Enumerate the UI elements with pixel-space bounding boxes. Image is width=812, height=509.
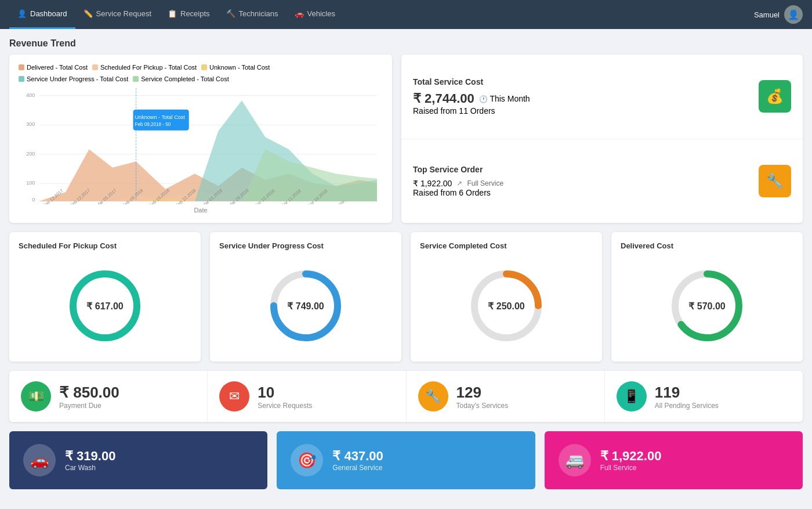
svg-text:Unknown - Total Cost: Unknown - Total Cost xyxy=(135,114,186,120)
full-service-icon: 🚐 xyxy=(559,444,591,476)
main-content: Revenue Trend Delivered - Total Cost Sch… xyxy=(0,29,812,499)
nav-dashboard-label: Dashboard xyxy=(30,9,67,18)
svg-text:300: 300 xyxy=(26,121,35,127)
pending-services-icon: 📱 xyxy=(617,381,647,411)
donut-delivered-chart: ₹ 570.00 xyxy=(621,259,793,352)
donut-row: Scheduled For Pickup Cost ₹ 617.00 Servi… xyxy=(9,232,803,362)
nav-technicians-label: Technicians xyxy=(239,9,278,18)
total-service-cost-card: Total Service Cost ₹ 2,744.00 🕐 This Mon… xyxy=(401,55,803,139)
nav-receipts[interactable]: 📋 Receipts xyxy=(160,0,218,29)
service-requests-icon: ✉ xyxy=(219,381,249,411)
x-axis-label: Date xyxy=(19,207,383,214)
donut-progress-title: Service Under Progress Cost xyxy=(219,241,324,250)
total-service-icon: 💰 xyxy=(759,80,791,113)
legend-dot-delivered xyxy=(19,64,24,70)
top-service-icon: 🔧 xyxy=(759,165,791,197)
payment-due-number: ₹ 850.00 xyxy=(59,384,119,402)
nav-dashboard[interactable]: 👤 Dashboard xyxy=(9,0,75,29)
legend-scheduled: Scheduled For Pickup - Total Cost xyxy=(92,64,197,71)
donut-progress-amount: ₹ 749.00 xyxy=(287,301,324,312)
car-wash-info: ₹ 319.00 Car Wash xyxy=(65,449,115,472)
legend-completed: Service Completed - Total Cost xyxy=(133,75,229,82)
top-service-name: Full Service xyxy=(467,179,503,187)
general-service-label: General Service xyxy=(332,464,383,472)
avatar: 👤 xyxy=(784,5,803,24)
stat-service-requests: ✉ 10 Service Requests xyxy=(208,371,406,422)
payment-due-info: ₹ 850.00 Payment Due xyxy=(59,384,119,410)
chart-area: 400 300 200 100 0 xyxy=(19,88,383,204)
user-area: Samuel 👤 xyxy=(754,5,803,24)
donut-scheduled-title: Scheduled For Pickup Cost xyxy=(19,241,117,250)
revenue-section-title: Revenue Trend xyxy=(9,38,803,49)
chart-card: Delivered - Total Cost Scheduled For Pic… xyxy=(9,55,392,223)
vehicles-icon: 🚗 xyxy=(295,9,304,18)
donut-completed-amount: ₹ 250.00 xyxy=(488,301,524,312)
general-service-card: 🎯 ₹ 437.00 General Service xyxy=(277,431,535,489)
todays-services-info: 129 Today's Services xyxy=(456,384,509,410)
total-service-title: Total Service Cost xyxy=(413,77,530,86)
svg-text:200: 200 xyxy=(26,151,35,157)
car-wash-amount: ₹ 319.00 xyxy=(65,449,115,464)
full-service-info: ₹ 1,922.00 Full Service xyxy=(600,449,662,472)
donut-completed-chart: ₹ 250.00 xyxy=(420,259,593,352)
legend-label-completed: Service Completed - Total Cost xyxy=(141,75,229,82)
donut-scheduled-chart: ₹ 617.00 xyxy=(19,259,191,352)
dashboard-icon: 👤 xyxy=(17,9,27,18)
donut-completed: Service Completed Cost ₹ 250.00 xyxy=(411,232,602,362)
full-service-amount: ₹ 1,922.00 xyxy=(600,449,662,464)
legend-dot-progress xyxy=(19,76,24,82)
total-service-sub: Raised from 11 Orders xyxy=(413,106,530,115)
nav-service-request-label: Service Request xyxy=(96,9,151,18)
car-wash-icon: 🚗 xyxy=(23,444,56,476)
receipts-icon: 📋 xyxy=(168,9,177,18)
donut-completed-title: Service Completed Cost xyxy=(420,241,507,250)
payment-due-label: Payment Due xyxy=(59,402,119,410)
nav-service-request[interactable]: ✏️ Service Request xyxy=(75,0,160,29)
chart-legend: Delivered - Total Cost Scheduled For Pic… xyxy=(19,64,383,82)
general-service-amount: ₹ 437.00 xyxy=(332,449,383,464)
top-service-title: Top Service Order xyxy=(413,165,503,174)
revenue-section: Delivered - Total Cost Scheduled For Pic… xyxy=(9,55,803,223)
donut-delivered-amount: ₹ 570.00 xyxy=(688,301,725,312)
donut-progress-chart: ₹ 749.00 xyxy=(219,259,392,352)
todays-services-icon: 🔧 xyxy=(418,381,448,411)
legend-delivered: Delivered - Total Cost xyxy=(19,64,88,71)
service-requests-info: 10 Service Requests xyxy=(258,384,312,410)
legend-label-unknown: Unknown - Total Cost xyxy=(209,64,270,71)
donut-progress: Service Under Progress Cost ₹ 749.00 xyxy=(210,232,401,362)
chart-svg: 400 300 200 100 0 xyxy=(19,88,383,204)
stat-todays-services: 🔧 129 Today's Services xyxy=(407,371,605,422)
todays-services-label: Today's Services xyxy=(456,402,509,410)
nav-vehicles[interactable]: 🚗 Vehicles xyxy=(287,0,343,29)
legend-dot-scheduled xyxy=(92,64,98,70)
pending-services-number: 119 xyxy=(655,384,719,402)
car-wash-label: Car Wash xyxy=(65,464,115,472)
payment-due-icon: 💵 xyxy=(21,381,51,411)
navbar: 👤 Dashboard ✏️ Service Request 📋 Receipt… xyxy=(0,0,812,29)
colored-cards-row: 🚗 ₹ 319.00 Car Wash 🎯 ₹ 437.00 General S… xyxy=(9,431,803,489)
top-service-info: Top Service Order ₹ 1,922.00 ↗ Full Serv… xyxy=(413,165,503,197)
total-service-info: Total Service Cost ₹ 2,744.00 🕐 This Mon… xyxy=(413,77,530,115)
service-requests-label: Service Requests xyxy=(258,402,312,410)
nav-receipts-label: Receipts xyxy=(180,9,210,18)
legend-dot-completed xyxy=(133,76,139,82)
total-service-period: 🕐 This Month xyxy=(479,94,530,103)
top-service-amount: ₹ 1,922.00 xyxy=(413,179,452,188)
total-service-amount: ₹ 2,744.00 xyxy=(413,91,474,106)
donut-scheduled: Scheduled For Pickup Cost ₹ 617.00 xyxy=(9,232,201,362)
pending-services-info: 119 All Pending Services xyxy=(655,384,719,410)
legend-progress: Service Under Progress - Total Cost xyxy=(19,75,128,82)
svg-text:100: 100 xyxy=(26,180,35,186)
legend-dot-unknown xyxy=(201,64,207,70)
legend-label-progress: Service Under Progress - Total Cost xyxy=(27,75,128,82)
donut-scheduled-amount: ₹ 617.00 xyxy=(86,301,123,312)
legend-unknown: Unknown - Total Cost xyxy=(201,64,270,71)
stat-pending-services: 📱 119 All Pending Services xyxy=(605,371,803,422)
nav-technicians[interactable]: 🔨 Technicians xyxy=(218,0,287,29)
legend-label-scheduled: Scheduled For Pickup - Total Cost xyxy=(100,64,197,71)
nav-vehicles-label: Vehicles xyxy=(307,9,335,18)
general-service-icon: 🎯 xyxy=(291,444,323,476)
stat-payment-due: 💵 ₹ 850.00 Payment Due xyxy=(9,371,208,422)
donut-delivered: Delivered Cost ₹ 570.00 xyxy=(611,232,803,362)
right-stat-cards: Total Service Cost ₹ 2,744.00 🕐 This Mon… xyxy=(401,55,803,223)
